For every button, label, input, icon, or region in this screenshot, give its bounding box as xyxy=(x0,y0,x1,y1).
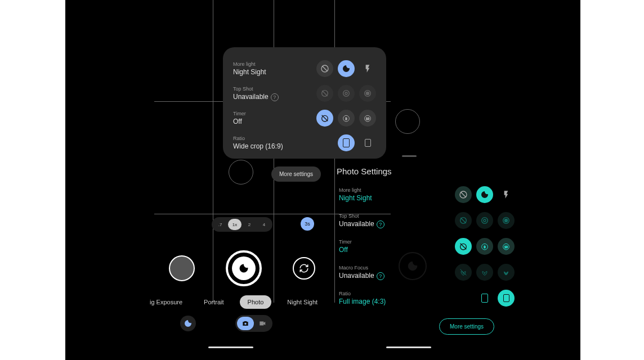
topshot-auto-icon xyxy=(476,212,493,229)
svg-point-7 xyxy=(366,92,369,94)
svg-text:3: 3 xyxy=(345,117,347,120)
video-toggle[interactable] xyxy=(254,317,271,330)
zoom-4x[interactable]: 4 xyxy=(257,219,271,230)
more-settings-button[interactable]: More settings xyxy=(439,318,494,335)
value: Unavailable? xyxy=(233,93,279,101)
gesture-bar xyxy=(386,346,431,348)
night-sight-chip[interactable] xyxy=(180,316,196,331)
quick-settings-panel: More light Night Sight Top Shot Unavaila… xyxy=(223,47,386,159)
ratio-full-icon[interactable] xyxy=(498,290,515,307)
drag-handle[interactable] xyxy=(402,155,417,157)
bottom-toolbar xyxy=(180,315,272,332)
night-sight-auto-icon[interactable] xyxy=(338,60,355,77)
zoom-selector[interactable]: .7 1x 2 4 xyxy=(212,217,272,232)
svg-text:3: 3 xyxy=(484,245,486,249)
photo-settings-sheet: Photo Settings More lightNight Sight Top… xyxy=(337,166,517,311)
ratio-wide-icon[interactable] xyxy=(476,290,493,307)
mode-night-sight[interactable]: Night Sight xyxy=(281,296,323,308)
photo-video-toggle[interactable] xyxy=(235,315,272,332)
sheet-title: Photo Settings xyxy=(337,166,517,176)
gesture-bar xyxy=(208,346,253,348)
svg-point-20 xyxy=(484,219,486,222)
gallery-thumbnail[interactable] xyxy=(169,255,195,281)
label: Top Shot xyxy=(233,86,279,92)
topshot-off-icon xyxy=(316,85,333,102)
mode-portrait[interactable]: Portrait xyxy=(198,296,229,308)
photo-toggle[interactable] xyxy=(237,317,254,330)
ratio-full-icon[interactable] xyxy=(359,134,376,151)
label: More light xyxy=(233,61,266,67)
mode-panorama[interactable]: Panoram xyxy=(333,296,336,308)
help-icon[interactable]: ? xyxy=(377,220,384,228)
flash-on-icon[interactable] xyxy=(498,186,515,203)
svg-point-4 xyxy=(343,91,350,97)
shutter-button[interactable] xyxy=(226,250,262,286)
capture-controls xyxy=(169,250,315,286)
zoom-ultra[interactable]: .7 xyxy=(213,219,227,230)
timer-off-icon[interactable] xyxy=(455,238,472,255)
focus-indicator xyxy=(229,160,253,184)
setting-more-light: More lightNight Sight xyxy=(337,182,517,208)
macro-off-icon xyxy=(455,264,472,281)
mode-photo[interactable]: Photo xyxy=(240,295,272,309)
setting-timer: TimerOff 3 10 xyxy=(337,233,517,259)
setting-timer: Timer Off 3 10 xyxy=(233,106,376,130)
value: Wide crop (16:9) xyxy=(233,142,283,150)
timer-10s-icon[interactable]: 10 xyxy=(359,110,376,127)
flash-on-icon[interactable] xyxy=(359,60,376,77)
flash-off-icon[interactable] xyxy=(316,60,333,77)
setting-macro: Macro FocusUnavailable? xyxy=(337,259,517,285)
svg-text:10: 10 xyxy=(366,117,369,120)
setting-more-light: More light Night Sight xyxy=(233,56,376,81)
night-sight-auto-icon[interactable] xyxy=(476,186,493,203)
help-icon[interactable]: ? xyxy=(271,93,279,101)
flash-off-icon[interactable] xyxy=(455,186,472,203)
setting-ratio: Ratio Wide crop (16:9) xyxy=(233,130,376,155)
svg-point-22 xyxy=(504,219,507,222)
mode-selector[interactable]: ig Exposure Portrait Photo Night Sight P… xyxy=(144,295,336,309)
svg-point-14 xyxy=(244,323,247,325)
focus-indicator xyxy=(395,109,420,134)
svg-point-19 xyxy=(482,218,488,224)
topshot-off-icon xyxy=(455,212,472,229)
switch-camera-button[interactable] xyxy=(293,257,315,280)
topshot-on-icon xyxy=(498,212,515,229)
macro-on-icon xyxy=(498,264,515,281)
value: Night Sight xyxy=(233,68,266,76)
svg-line-3 xyxy=(322,91,327,96)
value: Off xyxy=(233,118,246,125)
setting-top-shot: Top Shot Unavailable? xyxy=(233,81,376,106)
label: Ratio xyxy=(233,136,283,141)
timer-3s-icon[interactable]: 3 xyxy=(476,238,493,255)
svg-line-16 xyxy=(460,192,466,197)
setting-top-shot: Top ShotUnavailable? xyxy=(337,208,517,233)
topshot-auto-icon xyxy=(338,85,355,102)
mode-long-exposure[interactable]: ig Exposure xyxy=(144,296,188,308)
zoom-2x[interactable]: 2 xyxy=(243,219,256,230)
timer-off-icon[interactable] xyxy=(316,110,333,127)
ratio-wide-icon[interactable] xyxy=(338,134,355,151)
label: Timer xyxy=(233,111,246,116)
svg-line-1 xyxy=(322,66,327,71)
zoom-1x[interactable]: 1x xyxy=(228,219,242,230)
svg-point-5 xyxy=(345,92,347,94)
timer-10s-icon[interactable]: 10 xyxy=(498,238,515,255)
topshot-on-icon xyxy=(359,85,376,102)
setting-ratio: RatioFull image (4:3) xyxy=(337,285,517,311)
timer-3s-icon[interactable]: 3 xyxy=(338,110,355,127)
more-settings-button[interactable]: More settings xyxy=(271,166,321,182)
svg-text:10: 10 xyxy=(504,245,508,249)
timer-badge: 3s xyxy=(301,217,314,231)
camera-comparison: More light Night Sight Top Shot Unavaila… xyxy=(65,0,580,360)
macro-auto-icon xyxy=(476,264,493,281)
svg-line-18 xyxy=(460,218,466,223)
help-icon[interactable]: ? xyxy=(377,272,384,280)
